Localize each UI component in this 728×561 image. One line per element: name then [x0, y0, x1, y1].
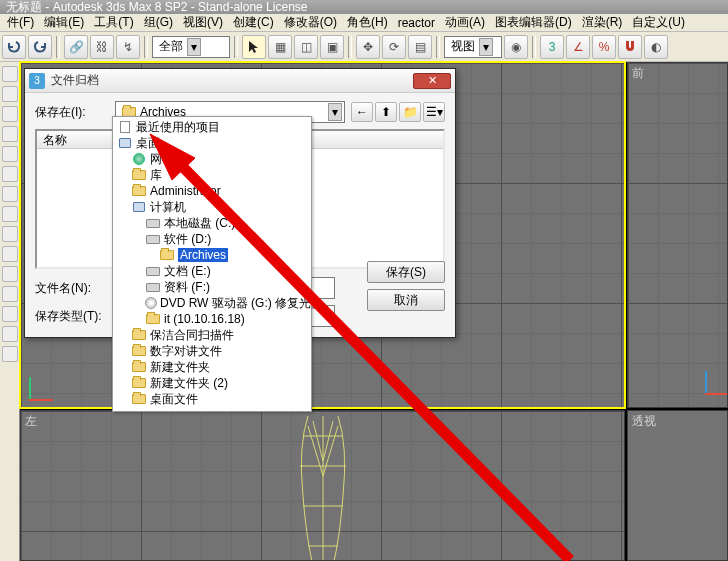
spinner-button[interactable]: ◐	[644, 35, 668, 59]
select-button[interactable]	[242, 35, 266, 59]
side-button[interactable]	[2, 166, 18, 182]
side-button[interactable]	[2, 226, 18, 242]
tree-item-label: 数字对讲文件	[150, 343, 222, 360]
select-name-button[interactable]: ▦	[268, 35, 292, 59]
tree-item[interactable]: 桌面文件	[113, 391, 311, 407]
menu-render[interactable]: 渲染(R)	[577, 14, 628, 31]
side-button[interactable]	[2, 206, 18, 222]
scale-button[interactable]: ▤	[408, 35, 432, 59]
side-button[interactable]	[2, 306, 18, 322]
tree-item[interactable]: 新建文件夹 (2)	[113, 375, 311, 391]
dialog-buttons: 保存(S) 取消	[367, 261, 445, 311]
viewport-perspective[interactable]: 透视	[627, 410, 728, 561]
tree-item-label: it (10.10.16.18)	[164, 312, 245, 326]
unlink-button[interactable]: ⛓	[90, 35, 114, 59]
menu-reactor[interactable]: reactor	[393, 16, 440, 30]
tree-item-label: 本地磁盘 (C:)	[164, 215, 235, 232]
chevron-down-icon: ▾	[187, 38, 201, 56]
side-button[interactable]	[2, 346, 18, 362]
snap-toggle[interactable]: 3	[540, 35, 564, 59]
menu-customize[interactable]: 自定义(U)	[627, 14, 690, 31]
menu-animation[interactable]: 动画(A)	[440, 14, 490, 31]
tree-item[interactable]: 保洁合同扫描件	[113, 327, 311, 343]
folder-icon	[131, 184, 147, 198]
tree-item[interactable]: it (10.10.16.18)	[113, 311, 311, 327]
tree-item[interactable]: 桌面	[113, 135, 311, 151]
side-button[interactable]	[2, 246, 18, 262]
side-button[interactable]	[2, 126, 18, 142]
percent-snap-button[interactable]: %	[592, 35, 616, 59]
save-button[interactable]: 保存(S)	[367, 261, 445, 283]
menu-views[interactable]: 视图(V)	[178, 14, 228, 31]
select-window-button[interactable]: ▣	[320, 35, 344, 59]
selection-filter-combo[interactable]: 全部 ▾	[152, 36, 230, 58]
cancel-button[interactable]: 取消	[367, 289, 445, 311]
side-button[interactable]	[2, 86, 18, 102]
move-button[interactable]: ✥	[356, 35, 380, 59]
pivot-button[interactable]: ◉	[504, 35, 528, 59]
toolbar-separator	[144, 36, 148, 58]
angle-snap-button[interactable]: ∠	[566, 35, 590, 59]
side-button[interactable]	[2, 66, 18, 82]
back-button[interactable]: ←	[351, 102, 373, 122]
tree-item[interactable]: 新建文件夹	[113, 359, 311, 375]
doc-icon	[117, 120, 133, 134]
tree-item[interactable]: Archives	[113, 247, 311, 263]
tree-item[interactable]: 软件 (D:)	[113, 231, 311, 247]
tree-item-label: 库	[150, 167, 162, 184]
folder-icon	[159, 248, 175, 262]
ref-coord-combo[interactable]: 视图 ▾	[444, 36, 502, 58]
menu-create[interactable]: 创建(C)	[228, 14, 279, 31]
select-rect-button[interactable]: ◫	[294, 35, 318, 59]
menu-character[interactable]: 角色(H)	[342, 14, 393, 31]
bind-button[interactable]: ↯	[116, 35, 140, 59]
side-button[interactable]	[2, 146, 18, 162]
side-button[interactable]	[2, 106, 18, 122]
drive-icon	[145, 216, 161, 230]
tree-item-label: 网	[150, 151, 162, 168]
tree-item[interactable]: 数字对讲文件	[113, 343, 311, 359]
magnet-icon[interactable]	[618, 35, 642, 59]
tree-item[interactable]: 网	[113, 151, 311, 167]
tree-item-label: 桌面	[136, 135, 160, 152]
viewport-front[interactable]: 前	[627, 62, 728, 408]
side-button[interactable]	[2, 326, 18, 342]
redo-button[interactable]	[28, 35, 52, 59]
tree-item[interactable]: 库	[113, 167, 311, 183]
tree-item-label: 文档 (E:)	[164, 263, 211, 280]
new-folder-button[interactable]: 📁	[399, 102, 421, 122]
tree-item[interactable]: 本地磁盘 (C:)	[113, 215, 311, 231]
folder-icon	[131, 392, 147, 406]
coord-value: 视图	[451, 38, 475, 55]
viewport-left[interactable]: 左	[20, 410, 625, 561]
wireframe-model	[278, 416, 368, 561]
menu-group[interactable]: 组(G)	[139, 14, 178, 31]
menu-edit[interactable]: 编辑(E)	[39, 14, 89, 31]
filter-value: 全部	[159, 38, 183, 55]
side-button[interactable]	[2, 286, 18, 302]
link-button[interactable]: 🔗	[64, 35, 88, 59]
menu-tools[interactable]: 工具(T)	[89, 14, 138, 31]
tree-item[interactable]: Administrator	[113, 183, 311, 199]
up-button[interactable]: ⬆	[375, 102, 397, 122]
menu-modifiers[interactable]: 修改器(O)	[279, 14, 342, 31]
close-button[interactable]: ✕	[413, 73, 451, 89]
location-tree-dropdown[interactable]: 最近使用的项目桌面网库Administrator计算机本地磁盘 (C:)软件 (…	[112, 116, 312, 412]
menu-graph[interactable]: 图表编辑器(D)	[490, 14, 577, 31]
rotate-button[interactable]: ⟳	[382, 35, 406, 59]
view-menu-button[interactable]: ☰▾	[423, 102, 445, 122]
folder-icon	[131, 344, 147, 358]
main-toolbar: 🔗 ⛓ ↯ 全部 ▾ ▦ ◫ ▣ ✥ ⟳ ▤ 视图 ▾ ◉ 3 ∠ % ◐	[0, 32, 728, 62]
tree-item[interactable]: DVD RW 驱动器 (G:) 修复光盘	[113, 295, 311, 311]
menu-file[interactable]: 件(F)	[2, 14, 39, 31]
tree-item[interactable]: 计算机	[113, 199, 311, 215]
tree-item[interactable]: 文档 (E:)	[113, 263, 311, 279]
dialog-title-bar[interactable]: 3 文件归档 ✕	[25, 69, 455, 93]
drive-icon	[145, 232, 161, 246]
dialog-title: 文件归档	[51, 72, 413, 89]
side-button[interactable]	[2, 266, 18, 282]
undo-button[interactable]	[2, 35, 26, 59]
side-button[interactable]	[2, 186, 18, 202]
tree-item[interactable]: 资料 (F:)	[113, 279, 311, 295]
tree-item[interactable]: 最近使用的项目	[113, 119, 311, 135]
